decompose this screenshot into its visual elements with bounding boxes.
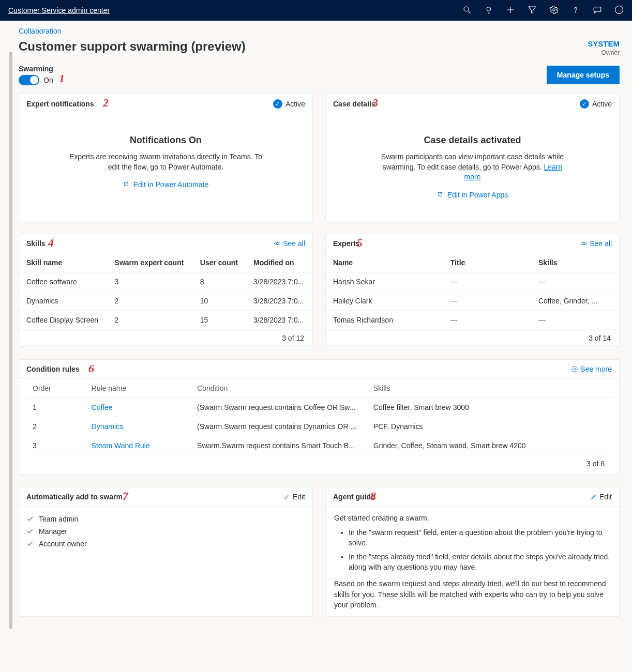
rule-link[interactable]: Steam Wand Rule bbox=[92, 441, 150, 450]
condition-rules-card: 6 Condition rules See more Order Rule na… bbox=[19, 359, 620, 475]
edit-power-apps-link[interactable]: Edit in Power Apps bbox=[437, 191, 508, 199]
experts-footer: 3 of 14 bbox=[326, 329, 619, 346]
edit-power-automate-link[interactable]: Edit in Power Automate bbox=[123, 180, 209, 189]
table-row[interactable]: 2Dynamics(Swarm.Swarm request contains D… bbox=[25, 417, 613, 436]
check-icon bbox=[26, 528, 34, 535]
toggle-state: On bbox=[43, 76, 53, 84]
svg-line-15 bbox=[439, 192, 442, 195]
card-title: Case details bbox=[333, 100, 375, 108]
table-row[interactable]: 3Steam Wand RuleSwarm.Swarm request cont… bbox=[25, 436, 613, 455]
case-details-card: 3 Case details ✓ Active Case details act… bbox=[325, 94, 620, 221]
filter-icon[interactable] bbox=[528, 5, 537, 16]
case-details-body: Swarm participants can view important ca… bbox=[374, 152, 571, 182]
see-more-link[interactable]: See more bbox=[571, 365, 612, 373]
table-row[interactable]: Coffee Display Screen2153/28/2023 7:0... bbox=[19, 310, 312, 329]
breadcrumb[interactable]: Collaboration bbox=[19, 27, 620, 35]
list-item: In the "swarm request" field, enter a qu… bbox=[349, 527, 611, 548]
page-title: Customer support swarming (preview) bbox=[19, 39, 246, 54]
search-icon[interactable] bbox=[462, 5, 472, 16]
swarming-label: Swarming bbox=[19, 65, 53, 73]
check-icon bbox=[26, 515, 34, 523]
rules-table: Order Rule name Condition Skills 1Coffee… bbox=[25, 379, 613, 455]
rule-link[interactable]: Dynamics bbox=[92, 422, 123, 431]
chat-icon[interactable] bbox=[593, 5, 602, 16]
gear-icon[interactable] bbox=[549, 5, 559, 16]
guide-intro: Get started creating a swarm. bbox=[334, 513, 611, 523]
expert-notifications-card: 2 Expert notifications ✓ Active Notifica… bbox=[19, 94, 313, 221]
list-item: Manager bbox=[26, 525, 305, 538]
status-badge: ✓ Active bbox=[580, 99, 612, 109]
table-row[interactable]: 1Coffee(Swarm.Swarm request contains Cof… bbox=[25, 398, 613, 417]
skills-footer: 3 of 12 bbox=[19, 329, 312, 346]
help-icon[interactable] bbox=[571, 5, 580, 16]
see-all-link[interactable]: See all bbox=[274, 239, 305, 248]
svg-point-0 bbox=[464, 7, 469, 11]
edit-link[interactable]: Edit bbox=[283, 493, 305, 501]
table-row[interactable]: Hailey Clark---Coffee, Grinder, ... bbox=[326, 291, 619, 310]
scrollbar[interactable] bbox=[9, 52, 12, 629]
lightbulb-icon[interactable] bbox=[484, 5, 493, 16]
auto-add-card: 7 Automatically add to swarm Edit Team a… bbox=[19, 487, 313, 617]
card-title: Agent guide bbox=[333, 493, 375, 501]
notifications-body: Experts are receiving swarm invitations … bbox=[68, 152, 264, 172]
annotation-1: 1 bbox=[59, 72, 65, 85]
owner-label: Owner bbox=[588, 49, 620, 56]
table-row[interactable]: Coffee software383/28/2023 7:0... bbox=[19, 272, 312, 291]
svg-point-2 bbox=[487, 7, 491, 11]
svg-line-13 bbox=[125, 182, 128, 185]
rule-link[interactable]: Coffee bbox=[92, 403, 113, 411]
top-bar: Customer Service admin center bbox=[0, 0, 632, 21]
plus-icon[interactable] bbox=[506, 5, 515, 16]
table-row[interactable]: Harish Sekar------ bbox=[326, 272, 619, 291]
app-title[interactable]: Customer Service admin center bbox=[8, 6, 110, 14]
svg-point-16 bbox=[276, 242, 278, 245]
manage-setups-button[interactable]: Manage setups bbox=[547, 66, 620, 84]
status-badge: ✓ Active bbox=[273, 99, 305, 109]
check-icon: ✓ bbox=[580, 99, 589, 109]
guide-outro: Based on the swarm request and steps alr… bbox=[334, 578, 611, 610]
svg-point-8 bbox=[553, 8, 555, 11]
owner-name[interactable]: SYSTEM bbox=[588, 39, 620, 48]
experts-card: 5 Experts See all Name Title Skills Hari… bbox=[325, 234, 620, 347]
edit-link[interactable]: Edit bbox=[590, 493, 612, 501]
notifications-heading: Notifications On bbox=[32, 135, 300, 146]
check-icon bbox=[26, 540, 34, 547]
card-title: Expert notifications bbox=[26, 100, 94, 108]
svg-point-11 bbox=[615, 6, 623, 13]
svg-point-17 bbox=[583, 242, 585, 245]
agent-guide-card: 8 Agent guide Edit Get started creating … bbox=[325, 487, 620, 617]
profile-icon[interactable] bbox=[614, 5, 624, 16]
check-icon: ✓ bbox=[273, 99, 282, 109]
svg-rect-10 bbox=[594, 7, 601, 11]
svg-point-18 bbox=[574, 368, 576, 370]
svg-point-9 bbox=[575, 11, 576, 12]
case-details-heading: Case details activated bbox=[338, 135, 607, 146]
svg-marker-7 bbox=[529, 7, 536, 13]
card-title: Skills bbox=[26, 239, 46, 248]
swarming-toggle[interactable] bbox=[19, 75, 39, 85]
svg-line-1 bbox=[468, 11, 471, 13]
list-item: Account owner bbox=[26, 538, 305, 550]
skills-table: Skill name Swarm expert count User count… bbox=[19, 253, 312, 329]
table-row[interactable]: Tomas Richardson------ bbox=[326, 310, 619, 329]
skills-card: 4 Skills See all Skill name Swarm expert… bbox=[19, 234, 313, 347]
card-title: Condition rules bbox=[26, 365, 80, 373]
list-item: Team admin bbox=[26, 513, 305, 525]
owner-block: SYSTEM Owner bbox=[588, 39, 620, 56]
card-title: Automatically add to swarm bbox=[26, 493, 123, 501]
topbar-icons bbox=[462, 5, 624, 16]
see-all-link[interactable]: See all bbox=[580, 239, 612, 248]
experts-table: Name Title Skills Harish Sekar------Hail… bbox=[326, 253, 619, 329]
rules-footer: 3 of 6 bbox=[19, 455, 619, 474]
card-title: Experts bbox=[333, 239, 359, 248]
list-item: In the "steps already tried" field, ente… bbox=[349, 552, 611, 573]
table-row[interactable]: Dynamics2103/28/2023 7:0... bbox=[19, 291, 312, 310]
svg-point-19 bbox=[572, 366, 578, 372]
